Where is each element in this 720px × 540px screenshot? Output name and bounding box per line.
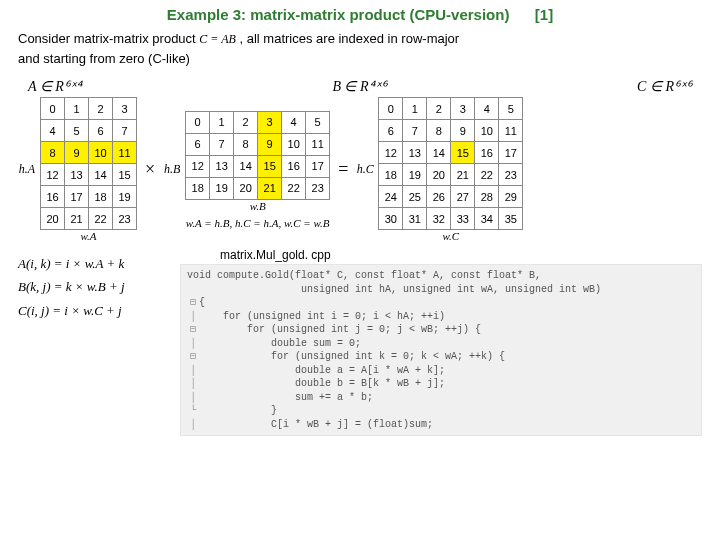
cell: 6	[186, 133, 210, 155]
matrix-B-col: 012345 67891011 121314151617 18192021222…	[185, 111, 330, 229]
cell: 18	[379, 164, 403, 186]
equals-operator: =	[334, 159, 352, 180]
code-l3: for (unsigned int j = 0; j < wB; ++j) {	[199, 324, 481, 335]
cell: 32	[427, 208, 451, 230]
code-l10: C[i * wB + j] = (float)sum;	[199, 419, 433, 430]
matrix-B: 012345 67891011 121314151617 18192021222…	[185, 111, 330, 200]
cell: 19	[403, 164, 427, 186]
cell: 16	[282, 155, 306, 177]
cell: 8	[41, 142, 65, 164]
cell: 22	[282, 177, 306, 199]
cell: 21	[258, 177, 282, 199]
cell: 31	[403, 208, 427, 230]
code-l1: {	[199, 297, 205, 308]
cell: 26	[427, 186, 451, 208]
cell: 17	[306, 155, 330, 177]
cell: 2	[427, 98, 451, 120]
cell: 20	[427, 164, 451, 186]
cell: 5	[65, 120, 89, 142]
code-l5: for (unsigned int k = 0; k < wA; ++k) {	[199, 351, 505, 362]
cell: 9	[65, 142, 89, 164]
intro-line2: and starting from zero (C-like)	[18, 51, 190, 66]
cell: 12	[41, 164, 65, 186]
cell: 10	[475, 120, 499, 142]
cell: 5	[499, 98, 523, 120]
cell: 24	[379, 186, 403, 208]
cell: 35	[499, 208, 523, 230]
fold-end-icon: └	[187, 404, 199, 418]
label-wC: w.C	[443, 230, 460, 242]
label-hC: h.C	[356, 162, 374, 177]
cell: 18	[186, 177, 210, 199]
cell: 3	[113, 98, 137, 120]
cell: 9	[258, 133, 282, 155]
code-l9: }	[199, 405, 277, 416]
cell: 22	[89, 208, 113, 230]
cell: 19	[113, 186, 137, 208]
code-sig1: void compute.Gold(float* C, const float*…	[187, 270, 541, 281]
cell: 2	[89, 98, 113, 120]
cell: 4	[41, 120, 65, 142]
gutter-bar: │	[187, 364, 199, 378]
cell: 13	[210, 155, 234, 177]
cell: 1	[65, 98, 89, 120]
cell: 21	[451, 164, 475, 186]
eq-B: B(k, j) = k × w.B + j	[18, 275, 168, 298]
matrix-row: h.A 0123 4567 891011 12131415 16171819 2…	[18, 97, 702, 242]
times-operator: ×	[141, 159, 159, 180]
cell: 10	[282, 133, 306, 155]
code-column: matrix.Mul_gold. cpp void compute.Gold(f…	[180, 246, 702, 436]
cell: 3	[258, 111, 282, 133]
fold-icon: ⊟	[187, 350, 199, 364]
eq-C: C(i, j) = i × w.C + j	[18, 299, 168, 322]
cell: 11	[306, 133, 330, 155]
cell: 23	[499, 164, 523, 186]
label-hB: h.B	[163, 162, 181, 177]
cell: 27	[451, 186, 475, 208]
cell: 7	[113, 120, 137, 142]
cell: 0	[379, 98, 403, 120]
cell: 15	[258, 155, 282, 177]
gutter-bar: │	[187, 418, 199, 432]
reference-tag: [1]	[535, 6, 553, 23]
cell: 19	[210, 177, 234, 199]
cell: 30	[379, 208, 403, 230]
cell: 10	[89, 142, 113, 164]
cell: 17	[499, 142, 523, 164]
cell: 1	[210, 111, 234, 133]
cell: 33	[451, 208, 475, 230]
matrix-C: 012345 67891011 121314151617 18192021222…	[378, 97, 523, 230]
code-caption: matrix.Mul_gold. cpp	[220, 248, 702, 262]
set-B: B ∈ R⁴ˣ⁶	[332, 78, 386, 95]
intro-paragraph: Consider matrix-matrix product C = AB , …	[18, 29, 702, 68]
cell: 3	[451, 98, 475, 120]
intro-mid: , all matrices are indexed in row-major	[240, 31, 460, 46]
cell: 14	[234, 155, 258, 177]
cell: 16	[41, 186, 65, 208]
fold-icon: ⊟	[187, 296, 199, 310]
cell: 17	[65, 186, 89, 208]
cell: 4	[475, 98, 499, 120]
label-wA: w.A	[81, 230, 97, 242]
cell: 23	[113, 208, 137, 230]
cell: 8	[427, 120, 451, 142]
cell: 6	[379, 120, 403, 142]
cell: 14	[89, 164, 113, 186]
gutter-bar: │	[187, 310, 199, 324]
gutter-bar: │	[187, 391, 199, 405]
title-row: Example 3: matrix-matrix product (CPU-ve…	[18, 6, 702, 23]
cell: 7	[403, 120, 427, 142]
code-l6: double a = A[i * wA + k];	[199, 365, 445, 376]
equation-cab: C = AB	[199, 32, 236, 46]
cell: 7	[210, 133, 234, 155]
cell: 1	[403, 98, 427, 120]
page-title: Example 3: matrix-matrix product (CPU-ve…	[167, 6, 510, 23]
code-l4: double sum = 0;	[199, 338, 361, 349]
code-box: void compute.Gold(float* C, const float*…	[180, 264, 702, 436]
cell: 28	[475, 186, 499, 208]
cell: 20	[234, 177, 258, 199]
cell: 16	[475, 142, 499, 164]
fold-icon: ⊟	[187, 323, 199, 337]
cell: 6	[89, 120, 113, 142]
index-equations: A(i, k) = i × w.A + k B(k, j) = k × w.B …	[18, 246, 168, 436]
